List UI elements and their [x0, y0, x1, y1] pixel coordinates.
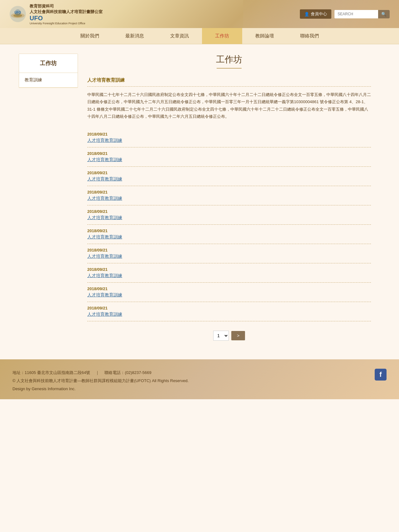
member-center-label: 會員中心 — [311, 11, 327, 17]
logo-dept: 教育部資科司 — [30, 3, 103, 9]
list-item-date: 2018/09/21 — [87, 267, 371, 272]
sidebar-box: 工作坊 教育訓練 — [19, 54, 78, 88]
page-title: 工作坊 — [87, 54, 371, 65]
logo-org: 人文社會與科技前瞻人才培育計畫辦公室 — [30, 9, 103, 15]
logo-area: UFO 教育部資科司 人文社會與科技前瞻人才培育計畫辦公室 UFO Univer… — [9, 3, 103, 25]
footer-address: 地址：11605 臺北市文山區指南路二段64號 — [12, 370, 90, 375]
sidebar-title: 工作坊 — [19, 54, 78, 73]
list-item-date: 2018/09/21 — [87, 190, 371, 194]
list-item: 2018/09/21 人才培育教育訓練 — [87, 147, 371, 167]
main-nav: 關於我們 最新消息 文章資訊 工作坊 教師論壇 聯絡我們 — [0, 28, 399, 44]
list-item-title[interactable]: 人才培育教育訓練 — [87, 234, 371, 240]
list-item-date: 2018/09/21 — [87, 306, 371, 310]
nav-link-about[interactable]: 關於我們 — [67, 28, 112, 44]
search-input[interactable] — [334, 10, 378, 18]
list-item-title[interactable]: 人才培育教育訓練 — [87, 292, 371, 298]
search-button[interactable]: 🔍 — [378, 10, 390, 18]
nav-item-about[interactable]: 關於我們 — [67, 28, 112, 44]
list-item-title[interactable]: 人才培育教育訓練 — [87, 312, 371, 317]
nav-link-news[interactable]: 最新消息 — [112, 28, 157, 44]
next-page-button[interactable]: > — [231, 331, 245, 340]
nav-link-forum[interactable]: 教師論壇 — [242, 28, 287, 44]
article-body: 中華民國二十七年十二月二十六日國民政府制定公布全文四十七條，中華民國六十年十二月… — [87, 91, 371, 120]
search-box: 🔍 — [334, 10, 390, 18]
list-item-title[interactable]: 人才培育教育訓練 — [87, 138, 371, 143]
list-item-date: 2018/09/21 — [87, 132, 371, 137]
logo-ufo: UFO — [30, 15, 103, 22]
logo-icon: UFO — [9, 6, 26, 23]
member-center-button[interactable]: 👤 會員中心 — [300, 9, 331, 19]
content-area: 工作坊 人才培育教育訓練 中華民國二十七年十二月二十六日國民政府制定公布全文四十… — [78, 54, 380, 347]
footer-content: 地址：11605 臺北市文山區指南路二段64號 ｜ 聯絡電話：(02)8237-… — [12, 369, 387, 393]
list-item: 2018/09/21 人才培育教育訓練 — [87, 205, 371, 225]
footer-text: 地址：11605 臺北市文山區指南路二段64號 ｜ 聯絡電話：(02)8237-… — [12, 369, 189, 393]
list-item: 2018/09/21 人才培育教育訓練 — [87, 167, 371, 186]
list-item-title[interactable]: 人才培育教育訓練 — [87, 215, 371, 221]
pagination: 1 2 3 > — [87, 331, 371, 341]
nav-item-articles[interactable]: 文章資訊 — [157, 28, 202, 44]
header-right: 👤 會員中心 🔍 — [300, 9, 390, 19]
footer-design: Design by Genesis Information Inc. — [12, 385, 189, 393]
sidebar: 工作坊 教育訓練 — [19, 54, 78, 347]
nav-link-contact[interactable]: 聯絡我們 — [287, 28, 332, 44]
list-item: 2018/09/21 人才培育教育訓練 — [87, 128, 371, 147]
footer: 地址：11605 臺北市文山區指南路二段64號 ｜ 聯絡電話：(02)8237-… — [0, 359, 399, 399]
header: UFO 教育部資科司 人文社會與科技前瞻人才培育計畫辦公室 UFO Univer… — [0, 0, 399, 28]
nav-item-workshop[interactable]: 工作坊 — [202, 28, 242, 44]
list-item: 2018/09/21 人才培育教育訓練 — [87, 263, 371, 283]
list-item-date: 2018/09/21 — [87, 248, 371, 252]
list-item-date: 2018/09/21 — [87, 286, 371, 291]
article-top-divider — [87, 86, 371, 87]
main-content: 工作坊 教育訓練 工作坊 人才培育教育訓練 中華民國二十七年十二月二十六日國民政… — [12, 54, 387, 347]
list-item-date: 2018/09/21 — [87, 228, 371, 233]
article-main-title: 人才培育教育訓練 — [87, 77, 371, 83]
list-item-title[interactable]: 人才培育教育訓練 — [87, 157, 371, 163]
footer-phone: 聯絡電話：(02)8237-5669 — [104, 370, 151, 375]
list-item-title[interactable]: 人才培育教育訓練 — [87, 254, 371, 259]
nav-item-news[interactable]: 最新消息 — [112, 28, 157, 44]
list-item-title[interactable]: 人才培育教育訓練 — [87, 273, 371, 279]
list-item-date: 2018/09/21 — [87, 170, 371, 175]
sidebar-item-training[interactable]: 教育訓練 — [19, 73, 78, 88]
nav-link-workshop[interactable]: 工作坊 — [202, 28, 242, 44]
list-item: 2018/09/21 人才培育教育訓練 — [87, 244, 371, 263]
list-section: 2018/09/21 人才培育教育訓練 2018/09/21 人才培育教育訓練 … — [87, 128, 371, 321]
list-item-date: 2018/09/21 — [87, 151, 371, 156]
list-item-date: 2018/09/21 — [87, 209, 371, 214]
footer-address-phone: 地址：11605 臺北市文山區指南路二段64號 ｜ 聯絡電話：(02)8237-… — [12, 369, 189, 377]
facebook-link[interactable]: f — [375, 369, 387, 381]
nav-link-articles[interactable]: 文章資訊 — [157, 28, 202, 44]
user-icon: 👤 — [304, 12, 309, 17]
svg-text:UFO: UFO — [14, 11, 21, 14]
search-icon: 🔍 — [381, 12, 387, 17]
list-item: 2018/09/21 人才培育教育訓練 — [87, 283, 371, 302]
logo-text: 教育部資科司 人文社會與科技前瞻人才培育計畫辦公室 UFO University… — [30, 3, 103, 25]
nav-item-forum[interactable]: 教師論壇 — [242, 28, 287, 44]
nav-item-contact[interactable]: 聯絡我們 — [287, 28, 332, 44]
article-header: 人才培育教育訓練 中華民國二十七年十二月二十六日國民政府制定公布全文四十七條，中… — [87, 77, 371, 120]
footer-copyright: © 人文社會與科技前瞻人才培育計畫—教師社群與課程模組能力計畫(UFOTC) A… — [12, 377, 189, 385]
title-divider — [217, 68, 242, 69]
footer-separator: ｜ — [91, 370, 103, 375]
list-item-title[interactable]: 人才培育教育訓練 — [87, 176, 371, 182]
list-item: 2018/09/21 人才培育教育訓練 — [87, 225, 371, 244]
list-item: 2018/09/21 人才培育教育訓練 — [87, 186, 371, 205]
list-item: 2018/09/21 人才培育教育訓練 — [87, 302, 371, 321]
logo-sub: University Foresight Education Project O… — [30, 22, 103, 25]
list-item-title[interactable]: 人才培育教育訓練 — [87, 196, 371, 201]
page-select[interactable]: 1 2 3 — [213, 331, 229, 341]
